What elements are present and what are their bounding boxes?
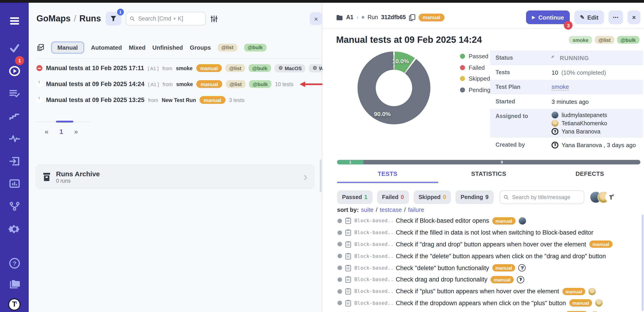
- right-scrollbar[interactable]: [642, 214, 644, 311]
- tab-manual[interactable]: Manual: [51, 41, 84, 54]
- edit-button[interactable]: ✎ Edit: [574, 10, 604, 24]
- run-row[interactable]: Manual tests at 09 Feb 2025 14:24 [ A1 ]…: [29, 76, 322, 92]
- check-icon[interactable]: [8, 42, 21, 55]
- run-id: 312dfb65: [381, 14, 406, 20]
- skipped-legend-dot: [460, 76, 465, 81]
- bulk-tag: @bulk: [249, 64, 271, 72]
- assignee[interactable]: liudmylastepanets: [552, 112, 607, 118]
- test-row[interactable]: Block-based... Check if the dropdown app…: [322, 297, 643, 309]
- left-scrollbar[interactable]: [320, 160, 322, 192]
- tab-defects[interactable]: DEFECTS: [539, 170, 640, 183]
- branch-icon[interactable]: [8, 200, 21, 213]
- gear-icon[interactable]: [8, 223, 21, 236]
- pending-status-icon: [338, 301, 342, 306]
- list-check-icon[interactable]: [8, 88, 21, 100]
- more-actions-button[interactable]: •••: [608, 10, 623, 24]
- run-title: Manual tests at 09 Feb 2025 14:24: [46, 80, 144, 88]
- breadcrumb-suite[interactable]: A1: [346, 14, 354, 20]
- sort-by-failure[interactable]: failure: [408, 206, 424, 213]
- tab-statistics[interactable]: STATISTICS: [438, 170, 539, 183]
- page-prev[interactable]: «: [45, 128, 48, 135]
- archive-count: 0 runs: [56, 178, 100, 184]
- help-icon[interactable]: ?: [8, 257, 21, 270]
- bar-chart-icon[interactable]: [8, 177, 21, 190]
- search-input[interactable]: [137, 15, 202, 22]
- assignee-avatar: [596, 300, 603, 307]
- tab-automated[interactable]: Automated: [91, 44, 122, 51]
- filter-button[interactable]: 1: [106, 12, 121, 26]
- test-row[interactable]: Block-based... Check if the dropdown app…: [322, 309, 643, 312]
- global-search[interactable]: [126, 12, 206, 26]
- test-row[interactable]: Block-based... Check if "drag and drop" …: [322, 238, 643, 250]
- sort-by-suite[interactable]: suite: [361, 206, 374, 213]
- run-row[interactable]: Manual tests at 10 Feb 2025 17:11 [ A1 ]…: [29, 60, 322, 76]
- enter-icon[interactable]: [8, 155, 21, 168]
- tab-tests[interactable]: TESTS: [337, 170, 438, 183]
- folders-icon[interactable]: [8, 278, 21, 290]
- manual-tag: manual: [492, 217, 516, 224]
- pending-status-icon: [338, 278, 342, 282]
- adjustments-icon[interactable]: [210, 15, 218, 22]
- run-source: New Test Run: [162, 97, 196, 103]
- list-tag: @list: [226, 80, 245, 88]
- test-row[interactable]: Block-based... Check drag and drop funct…: [322, 274, 643, 286]
- manual-tag: manual: [569, 300, 592, 307]
- multi-select-icon[interactable]: [36, 44, 44, 51]
- tag-filter-bulk[interactable]: @bulk: [244, 44, 266, 51]
- test-row[interactable]: Block-based... Check if the "delete" but…: [322, 250, 643, 262]
- filter-skipped-button[interactable]: Skipped0: [414, 190, 451, 204]
- breadcrumb-project[interactable]: GoMaps: [36, 14, 70, 24]
- page-next[interactable]: »: [74, 128, 78, 135]
- page-current[interactable]: 1: [60, 128, 63, 135]
- test-row[interactable]: Block-based... Check if Block-based edit…: [322, 215, 643, 227]
- bulk-tag: @bulk: [249, 80, 272, 88]
- close-detail-button[interactable]: ×: [628, 10, 640, 24]
- assignee-filter-avatars[interactable]: T: [590, 191, 617, 203]
- clipboard-icon: [345, 253, 351, 260]
- smoke-tag: smoke: [569, 36, 592, 44]
- test-row[interactable]: Block-based... Check if "plus" button ap…: [322, 286, 643, 298]
- archive-title: Runs Archive: [56, 170, 100, 178]
- list-tag: @list: [226, 64, 245, 72]
- result-filters: Passed1 Failed0 Skipped0 Pending9 T: [337, 190, 640, 204]
- assignee-avatar: [518, 217, 526, 224]
- tag-filter-list[interactable]: @list: [218, 44, 237, 51]
- avatar: T: [552, 142, 558, 148]
- pending-percent-label: 90.0%: [374, 111, 391, 118]
- assignee[interactable]: TYana Baranova: [552, 128, 607, 135]
- copy-icon[interactable]: [409, 14, 415, 21]
- clipboard-icon: [345, 241, 351, 248]
- continue-button[interactable]: ▶ Continue 3: [526, 10, 570, 24]
- run-detail-tags: smoke @list @bulk: [569, 36, 640, 44]
- close-panel-button[interactable]: ×: [310, 12, 322, 25]
- manual-tag: manual: [200, 96, 226, 104]
- activity-icon[interactable]: [8, 132, 21, 145]
- clipboard-icon: [345, 229, 351, 236]
- filter-pending-button[interactable]: Pending9: [456, 190, 494, 204]
- tab-groups[interactable]: Groups: [190, 44, 211, 51]
- tests-search-input[interactable]: [511, 194, 580, 201]
- runs-play-circle-icon[interactable]: [8, 65, 21, 78]
- filter-passed-button[interactable]: Passed1: [337, 190, 372, 204]
- pending-status-icon: [338, 242, 342, 247]
- search-icon: [504, 194, 508, 200]
- runs-archive-card[interactable]: Runs Archive 0 runs ›: [36, 164, 315, 189]
- test-row[interactable]: Block-based... Check "delete" button fun…: [322, 262, 643, 274]
- pending-status-icon: [338, 254, 342, 258]
- sort-by-testcase[interactable]: testcase: [380, 206, 402, 213]
- clipboard-icon: [345, 276, 351, 283]
- test-plan-link[interactable]: smoke: [552, 83, 569, 91]
- filter-failed-button[interactable]: Failed0: [377, 190, 409, 204]
- assignee[interactable]: TetianaKhomenko: [552, 120, 607, 126]
- created-row: Created by TYana Baranova , 3 days ago: [490, 138, 643, 152]
- run-row[interactable]: Manual tests at 09 Feb 2025 13:25 from N…: [29, 92, 322, 108]
- run-status-stopped-icon: [36, 65, 42, 71]
- test-row[interactable]: Block-based... Check if the filled in da…: [322, 227, 643, 239]
- tests-list: Block-based... Check if Block-based edit…: [322, 215, 644, 312]
- steps-icon[interactable]: [8, 110, 21, 122]
- tab-mixed[interactable]: Mixed: [129, 44, 146, 51]
- workspace-avatar[interactable]: T: [8, 298, 21, 311]
- tab-unfinished[interactable]: Unfinished: [152, 44, 183, 51]
- menu-icon[interactable]: [8, 14, 21, 27]
- tests-search[interactable]: [500, 190, 584, 204]
